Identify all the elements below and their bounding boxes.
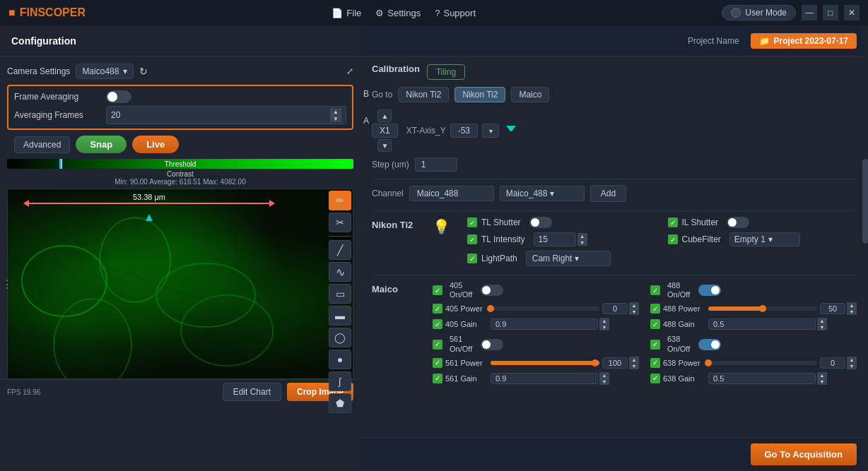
638-power-thumb[interactable] [705, 359, 712, 366]
561-power-down[interactable]: ▼ [629, 363, 639, 369]
488-power-thumb[interactable] [759, 305, 766, 312]
488-power-checkbox[interactable]: ✓ [650, 304, 660, 314]
project-name-badge[interactable]: 📁 Project 2023-07-17 [751, 33, 857, 49]
638-gain-checkbox[interactable]: ✓ [650, 374, 660, 383]
frame-averaging-toggle[interactable] [106, 90, 131, 103]
goto-nikon-ti2-button-2[interactable]: Nikon Ti2 [454, 87, 505, 102]
561-power-thumb[interactable] [592, 359, 599, 366]
638-gain-down[interactable]: ▼ [817, 378, 827, 385]
638-power-down[interactable]: ▼ [847, 363, 857, 369]
405-power-down[interactable]: ▼ [629, 309, 639, 315]
561-gain-down[interactable]: ▼ [599, 378, 609, 385]
561-power-up[interactable]: ▲ [629, 357, 639, 363]
settings-menu[interactable]: ⚙ Settings [375, 8, 421, 18]
561-on-off-toggle[interactable] [481, 339, 503, 350]
638-gain-up[interactable]: ▲ [817, 372, 827, 378]
curve-tool-button[interactable]: ∿ [329, 262, 351, 282]
minimize-button[interactable]: — [802, 5, 817, 20]
ellipse-tool-button[interactable]: ◯ [329, 328, 351, 347]
maximize-button[interactable]: □ [823, 5, 838, 20]
close-button[interactable]: ✕ [844, 5, 860, 20]
cut-tool-button[interactable]: ✂ [329, 213, 351, 232]
cube-filter-dropdown[interactable]: Empty 1 ▾ [729, 232, 800, 246]
405-power-slider[interactable] [491, 306, 599, 311]
405-gain-down[interactable]: ▼ [599, 324, 609, 330]
live-button[interactable]: Live [132, 136, 179, 153]
advanced-button[interactable]: Advanced [14, 136, 70, 153]
638-power-value[interactable]: 0 [820, 357, 845, 369]
405-power-checkbox[interactable]: ✓ [433, 304, 442, 314]
rect-fill-tool-button[interactable]: ▬ [329, 306, 351, 326]
scrollbar-thumb[interactable] [862, 159, 868, 244]
561-power-slider[interactable] [491, 361, 599, 365]
blob-tool-button[interactable]: ⬟ [329, 393, 351, 413]
tl-shutter-toggle[interactable] [529, 217, 552, 228]
405-gain-input[interactable] [491, 318, 598, 330]
channel-name-input[interactable]: Maico_488 [409, 186, 494, 201]
638-on-off-toggle[interactable] [698, 339, 721, 350]
edit-chart-button[interactable]: Edit Chart [223, 383, 281, 401]
tl-shutter-checkbox[interactable]: ✓ [467, 217, 477, 227]
goto-nikon-ti2-button-1[interactable]: Nikon Ti2 [398, 87, 449, 102]
tl-intensity-down[interactable]: ▼ [577, 239, 587, 246]
tl-intensity-up[interactable]: ▲ [577, 233, 587, 239]
support-menu[interactable]: ? Support [435, 8, 476, 18]
488-on-off-toggle[interactable] [698, 285, 721, 296]
488-power-slider[interactable] [708, 306, 817, 311]
561-power-checkbox[interactable]: ✓ [433, 358, 442, 368]
line-tool-button[interactable]: ╱ [329, 240, 351, 260]
405-power-up[interactable]: ▲ [629, 302, 639, 309]
averaging-frames-input[interactable]: 20 ▲ ▼ [106, 106, 346, 124]
add-channel-button[interactable]: Add [590, 185, 626, 202]
spin-down[interactable]: ▼ [330, 115, 341, 122]
freehand-tool-button[interactable]: ∫ [329, 371, 351, 391]
405-gain-checkbox[interactable]: ✓ [433, 319, 442, 329]
561-gain-up[interactable]: ▲ [599, 372, 609, 378]
tl-intensity-checkbox[interactable]: ✓ [467, 234, 477, 244]
405-on-off-checkbox[interactable]: ✓ [433, 285, 442, 295]
user-mode-button[interactable]: User Mode [722, 5, 796, 20]
y-axis-value[interactable]: -53 [450, 124, 478, 138]
638-power-slider[interactable] [708, 361, 817, 365]
561-on-off-checkbox[interactable]: ✓ [433, 340, 442, 350]
405-power-thumb[interactable] [487, 305, 494, 312]
x-axis-up-button[interactable]: ▲ [377, 109, 392, 122]
refresh-button[interactable]: ↻ [139, 66, 148, 77]
goto-maico-button[interactable]: Maico [511, 87, 549, 102]
488-gain-input[interactable] [708, 318, 816, 330]
488-gain-up[interactable]: ▲ [817, 318, 827, 324]
638-on-off-checkbox[interactable]: ✓ [650, 340, 660, 350]
channel-select-dropdown[interactable]: Maico_488 ▾ [500, 186, 585, 201]
488-power-up[interactable]: ▲ [847, 302, 857, 309]
638-gain-input[interactable] [708, 373, 816, 384]
tiling-button[interactable]: Tiling [427, 64, 465, 80]
options-dots-icon[interactable]: ⋮ [1, 278, 13, 291]
405-on-off-toggle[interactable] [481, 285, 503, 296]
expand-icon[interactable]: ⤢ [346, 66, 353, 76]
go-to-acquisition-button[interactable]: Go To Acquisition [751, 443, 857, 465]
lightpath-dropdown[interactable]: Cam Right ▾ [526, 251, 611, 266]
camera-select-dropdown[interactable]: Maico488 ▾ [76, 64, 134, 79]
il-shutter-checkbox[interactable]: ✓ [668, 217, 678, 227]
488-on-off-checkbox[interactable]: ✓ [650, 285, 660, 295]
y-axis-chevron[interactable]: ▾ [482, 124, 499, 138]
488-gain-down[interactable]: ▼ [817, 324, 827, 330]
561-power-value[interactable]: 100 [602, 357, 628, 369]
405-gain-up[interactable]: ▲ [599, 318, 609, 324]
561-gain-input[interactable] [491, 373, 598, 384]
draw-tool-button[interactable]: ✏ [329, 191, 351, 210]
488-gain-checkbox[interactable]: ✓ [650, 319, 660, 329]
405-power-value[interactable]: 0 [602, 303, 628, 314]
488-power-value[interactable]: 50 [820, 303, 845, 314]
rect-outline-tool-button[interactable]: ▭ [329, 284, 351, 304]
circle-fill-tool-button[interactable]: ● [329, 350, 351, 369]
step-input[interactable] [415, 157, 457, 172]
il-shutter-toggle[interactable] [727, 217, 749, 228]
561-gain-checkbox[interactable]: ✓ [433, 374, 442, 383]
lightpath-checkbox[interactable]: ✓ [467, 254, 477, 263]
tl-intensity-input[interactable]: 15 [534, 232, 576, 246]
638-power-up[interactable]: ▲ [847, 357, 857, 363]
snap-button[interactable]: Snap [76, 136, 127, 153]
638-power-checkbox[interactable]: ✓ [650, 358, 660, 368]
x-axis-down-button[interactable]: ▼ [377, 139, 392, 152]
